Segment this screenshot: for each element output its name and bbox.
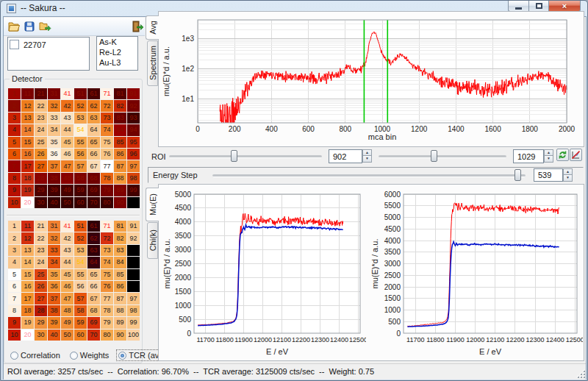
detector-cell[interactable]: 64 bbox=[87, 124, 100, 135]
detector-cell[interactable]: 83 bbox=[114, 245, 126, 256]
detector-cell[interactable]: 55 bbox=[74, 269, 87, 280]
spin-up-button[interactable]: ▲ bbox=[563, 168, 573, 175]
detector-cell[interactable]: 57 bbox=[74, 160, 87, 171]
spin-up-button[interactable]: ▲ bbox=[544, 149, 553, 156]
detector-cell[interactable]: 13 bbox=[21, 245, 34, 256]
detector-cell[interactable]: 51 bbox=[74, 221, 87, 232]
detector-cell[interactable]: 33 bbox=[48, 113, 60, 124]
detector-cell[interactable]: 73 bbox=[101, 245, 113, 256]
detector-cell[interactable]: 59 bbox=[74, 317, 87, 328]
detector-cell[interactable]: 69 bbox=[87, 185, 100, 196]
detector-cell[interactable]: 43 bbox=[61, 113, 74, 124]
detector-cell[interactable]: 100 bbox=[127, 330, 140, 341]
detector-cell[interactable]: 100 bbox=[127, 197, 140, 208]
detector-cell[interactable]: 56 bbox=[74, 281, 87, 292]
roi-low-slider[interactable] bbox=[168, 149, 323, 163]
detector-cell[interactable]: 17 bbox=[21, 160, 34, 171]
detector-cell[interactable]: 4 bbox=[8, 257, 21, 268]
tab-spectrum[interactable]: Spectrum bbox=[147, 40, 158, 86]
detector-cell[interactable]: 67 bbox=[87, 293, 100, 304]
detector-cell[interactable]: 94 bbox=[127, 124, 140, 135]
detector-cell[interactable]: 75 bbox=[101, 269, 113, 280]
detector-cell[interactable]: 22 bbox=[35, 100, 47, 111]
detector-cell[interactable]: 88 bbox=[114, 305, 126, 316]
detector-cell[interactable]: 24 bbox=[35, 257, 47, 268]
detector-cell[interactable]: 73 bbox=[101, 113, 113, 124]
detector-cell[interactable]: 66 bbox=[87, 149, 100, 160]
roi-low-spinbox[interactable]: 902 bbox=[329, 149, 362, 163]
detector-cell[interactable]: 7 bbox=[8, 293, 21, 304]
detector-cell[interactable]: 6 bbox=[8, 149, 21, 160]
detector-cell[interactable]: 92 bbox=[127, 100, 140, 111]
detector-cell[interactable]: 62 bbox=[87, 100, 100, 111]
detector-cell[interactable]: 27 bbox=[35, 160, 47, 171]
detector-cell[interactable]: 22 bbox=[35, 232, 47, 243]
detector-cell[interactable]: 34 bbox=[48, 124, 60, 135]
detector-cell[interactable]: 59 bbox=[74, 185, 87, 196]
radio-weights[interactable]: Weights bbox=[68, 349, 112, 361]
radio-circle[interactable] bbox=[10, 352, 18, 360]
detector-cell[interactable]: 20 bbox=[21, 330, 34, 341]
detector-cell[interactable]: 27 bbox=[35, 293, 47, 304]
detector-cell[interactable]: 9 bbox=[8, 317, 21, 328]
detector-cell[interactable]: 45 bbox=[61, 137, 74, 148]
detector-cell[interactable]: 51 bbox=[74, 88, 87, 99]
detector-cell[interactable]: 78 bbox=[101, 305, 113, 316]
tab-chi-k[interactable]: Chi(k) bbox=[147, 222, 158, 259]
energy-step-spinbox[interactable]: 539 bbox=[534, 168, 563, 182]
detector-cell[interactable]: 76 bbox=[101, 281, 113, 292]
detector-cell[interactable]: 50 bbox=[61, 330, 74, 341]
detector-cell[interactable]: 68 bbox=[87, 305, 100, 316]
detector-cell[interactable]: 99 bbox=[127, 185, 140, 196]
detector-cell[interactable]: 52 bbox=[74, 100, 87, 111]
detector-cell[interactable]: 41 bbox=[61, 88, 74, 99]
detector-cell[interactable]: 42 bbox=[61, 100, 74, 111]
roi-low-slider-thumb[interactable] bbox=[231, 150, 237, 162]
detector-cell[interactable]: 8 bbox=[8, 173, 21, 184]
detector-cell[interactable]: 55 bbox=[74, 137, 87, 148]
detector-cell[interactable]: 42 bbox=[61, 232, 74, 243]
detector-cell[interactable]: 77 bbox=[101, 160, 113, 171]
detector-cell[interactable]: 49 bbox=[61, 185, 74, 196]
detector-cell[interactable]: 53 bbox=[74, 113, 87, 124]
spin-up-button[interactable]: ▲ bbox=[362, 149, 372, 156]
detector-cell[interactable]: 26 bbox=[35, 281, 47, 292]
detector-cell[interactable]: 15 bbox=[21, 137, 34, 148]
roi-high-spinbox[interactable]: 1029 bbox=[513, 149, 544, 163]
detector-cell[interactable]: 52 bbox=[74, 232, 87, 243]
detector-cell[interactable]: 93 bbox=[127, 245, 140, 256]
detector-cell[interactable]: 1 bbox=[8, 221, 21, 232]
detector-cell[interactable]: 81 bbox=[114, 88, 126, 99]
detector-cell[interactable]: 4 bbox=[8, 124, 21, 135]
detector-cell[interactable]: 37 bbox=[48, 160, 60, 171]
detector-cell[interactable]: 25 bbox=[35, 269, 47, 280]
minimize-button[interactable] bbox=[508, 1, 529, 12]
detector-cell[interactable]: 3 bbox=[8, 113, 21, 124]
detector-cell[interactable]: 31 bbox=[48, 221, 60, 232]
detector-cell[interactable]: 16 bbox=[21, 149, 34, 160]
roi-high-slider[interactable] bbox=[377, 149, 508, 163]
detector-cell[interactable]: 1 bbox=[8, 88, 21, 99]
detector-cell[interactable]: 62 bbox=[87, 232, 100, 243]
detector-cell[interactable]: 57 bbox=[74, 293, 87, 304]
detector-cell[interactable]: 7 bbox=[8, 160, 21, 171]
detector-cell[interactable]: 96 bbox=[127, 149, 140, 160]
detector-cell[interactable]: 78 bbox=[101, 173, 113, 184]
detector-cell[interactable]: 89 bbox=[114, 185, 126, 196]
detector-cell[interactable]: 14 bbox=[21, 257, 34, 268]
scan-list-item[interactable]: 22707 bbox=[8, 38, 89, 51]
detector-cell[interactable]: 86 bbox=[114, 149, 126, 160]
tab-avg[interactable]: Avg bbox=[146, 15, 159, 40]
detector-cell[interactable]: 79 bbox=[101, 185, 113, 196]
detector-cell[interactable]: 38 bbox=[48, 173, 60, 184]
energy-step-slider[interactable] bbox=[211, 168, 527, 182]
detector-cell[interactable]: 32 bbox=[48, 232, 60, 243]
element-list-item[interactable]: Re-L2 bbox=[97, 47, 137, 57]
detector-cell[interactable]: 12 bbox=[21, 100, 34, 111]
detector-cell[interactable]: 69 bbox=[87, 317, 100, 328]
detector-cell[interactable]: 28 bbox=[35, 173, 47, 184]
detector-cell[interactable]: 89 bbox=[114, 317, 126, 328]
detector-cell[interactable]: 39 bbox=[48, 317, 60, 328]
detector-cell[interactable]: 18 bbox=[21, 305, 34, 316]
detector-cell[interactable]: 2 bbox=[8, 100, 21, 111]
